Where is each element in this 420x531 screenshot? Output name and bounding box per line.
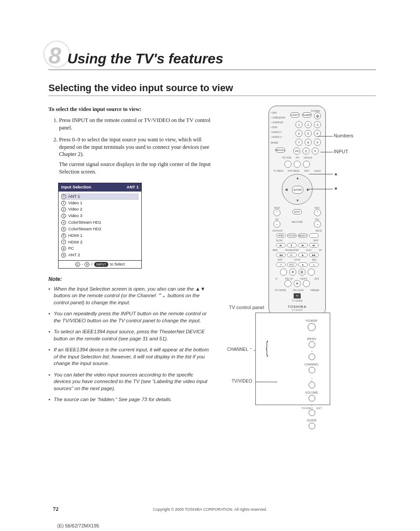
list-item: 3Video 3 — [61, 213, 139, 219]
input-selection-screenshot: Input Selection ANT 1 0ANT 1 1Video 1 2V… — [58, 183, 142, 269]
play-label: PLAY — [306, 249, 312, 251]
light-button: LIGHT — [290, 112, 300, 118]
item-number-icon: 4 — [61, 220, 66, 225]
sleep-button: SLEEP — [302, 112, 312, 118]
dvdvcr-label: DVD/VCR — [273, 229, 283, 232]
item-label: HDMI 1 — [68, 233, 82, 239]
ch-up-button: ⌃ — [273, 209, 280, 216]
item-number-icon: 5 — [61, 227, 66, 232]
arrow-down-icon: ▼ — [296, 199, 299, 203]
note-item: You can repeatedly press the INPUT butto… — [48, 310, 211, 324]
ff-label: FF — [319, 249, 322, 251]
input-selection-header: Input Selection ANT 1 — [59, 183, 141, 192]
tvp-vol-up-button — [309, 382, 315, 388]
ch-down-button: ⌄ — [273, 221, 280, 228]
list-item: 9ANT 2 — [61, 252, 139, 258]
audio-label: AUDIO — [314, 170, 321, 172]
remote-illustration: • SAT • CABLE/SAT • VCR/PVR • DVD • AUDI… — [229, 106, 365, 282]
mute-button — [309, 233, 319, 238]
rew-label: REW — [273, 249, 278, 251]
tv-panel-illustration: POWER MENU ⌃ CHANNEL ⌄ + VOLUME − TV/VID… — [255, 313, 330, 405]
skip-label: SKIP — [313, 239, 318, 242]
callout-tvvideo: TV/VIDEO — [232, 379, 252, 384]
section-title: Selecting the video input source to view — [48, 82, 376, 96]
footer-range-start-icon: 0 — [75, 262, 80, 267]
footer-dash: - — [82, 262, 83, 267]
tvp-menu-label: MENU — [302, 337, 322, 340]
dpad: ▲ ▼ ◀ ▶ ENTER — [282, 174, 313, 205]
mode-label: • SAT — [271, 111, 285, 115]
note-item: The source can be “hidden.” See page 73 … — [48, 396, 211, 403]
number-3-button: 3 — [314, 121, 321, 128]
mode-label: • CABLE/SAT — [271, 115, 285, 120]
number-8-button: 8 — [305, 139, 312, 146]
mode-key-label: MODE — [271, 140, 285, 145]
item-number-icon: 6 — [61, 233, 66, 238]
select-button: SELECT — [298, 233, 308, 238]
tvp-power-button — [308, 323, 316, 331]
list-item: 7HDMI 2 — [61, 239, 139, 246]
step-2-text: Press 0–9 to select the input source you… — [59, 136, 209, 158]
popmenu-label: POP MENU — [288, 170, 300, 172]
slow-label: SLOW — [276, 239, 283, 242]
tv-panel-strip: POWER MENU ⌃ CHANNEL ⌄ + VOLUME − TV/VID… — [302, 319, 322, 399]
right-column: • SAT • CABLE/SAT • VCR/PVR • DVD • AUDI… — [229, 106, 365, 408]
number-7-button: 7 — [295, 139, 302, 146]
pausestep-label: PAUSE/STEP — [285, 249, 299, 251]
callout-channel-label: CHANNEL — [227, 347, 248, 352]
freeze-button — [303, 280, 310, 287]
item-label: Video 1 — [68, 200, 82, 206]
recall-button: RECALL — [276, 148, 285, 153]
vol-up-button: ⌃ — [314, 209, 321, 216]
arrow-up-icon: ▲ — [296, 176, 299, 180]
note-item: To select an IEEE1394 input source, pres… — [48, 328, 211, 342]
item-label: HDMI 2 — [68, 240, 82, 245]
mute-label: MUTE — [316, 229, 322, 232]
arrow-down-icon: ▼ — [334, 186, 338, 191]
brand-label: TOSHIBA — [272, 305, 323, 309]
vol-down-button: ⌄ — [314, 221, 321, 228]
callout-arrow-up: ▲ — [334, 171, 338, 176]
device-label: DEVICE — [304, 156, 312, 159]
step-2: Press 0–9 to select the input source you… — [59, 136, 211, 176]
info-label: INFO — [304, 170, 309, 172]
arrow-left-icon: ◀ — [285, 188, 287, 192]
chevron-up-icon: ⌃ — [302, 350, 322, 354]
input-button: IN — [312, 148, 319, 155]
note-item: If an IEEE1394 device is the current inp… — [48, 347, 211, 367]
tvp-ch-up-button — [309, 354, 315, 360]
footer-input-button-icon: INPUT — [94, 262, 109, 267]
list-item: 2Video 2 — [61, 206, 139, 213]
favch-label: FAV CH — [285, 277, 293, 280]
favscan-button: ⊕ — [294, 280, 301, 287]
inst-button: ↺ — [276, 262, 286, 267]
tvp-guide-button — [309, 423, 315, 429]
tvp-power-label: POWER — [302, 319, 322, 322]
open-button: OPEN — [276, 233, 286, 238]
small-button — [294, 161, 301, 168]
item-number-icon: 2 — [61, 207, 66, 212]
tvguide-icon: TV — [294, 293, 301, 299]
rec-button: ● — [309, 262, 319, 267]
callout-numbers: Numbers — [334, 133, 354, 138]
callout-input: INPUT — [334, 149, 348, 154]
inst-label: INST — [277, 258, 282, 261]
small-button — [303, 161, 310, 168]
tvp-guide-label: GUIDE — [302, 419, 322, 422]
exit-button: EXIT — [292, 209, 302, 214]
note-list: When the Input Selection screen is open,… — [48, 286, 211, 403]
item-label: ColorStream HD1 — [68, 220, 101, 225]
power-button-icon: ⏻ — [314, 112, 321, 119]
left-column: To select the video input source to view… — [48, 106, 211, 408]
item-number-icon: 0 — [61, 194, 66, 199]
number-0-button: 0 — [302, 148, 309, 155]
content-columns: To select the video input source to view… — [48, 106, 376, 408]
mode-labels: • SAT • CABLE/SAT • VCR/PVR • DVD • AUDI… — [271, 111, 285, 145]
item-number-icon: 9 — [61, 253, 66, 258]
callout-channel: CHANNEL ⌃⌄ — [227, 347, 256, 352]
callout-input-label: INPUT — [334, 149, 348, 154]
step-1: Press INPUT on the remote control or TV/… — [59, 117, 211, 132]
tvp-vol-down-button — [309, 395, 315, 402]
chapter-number: 8 — [48, 44, 61, 67]
dfs-label: DFS — [315, 277, 319, 280]
